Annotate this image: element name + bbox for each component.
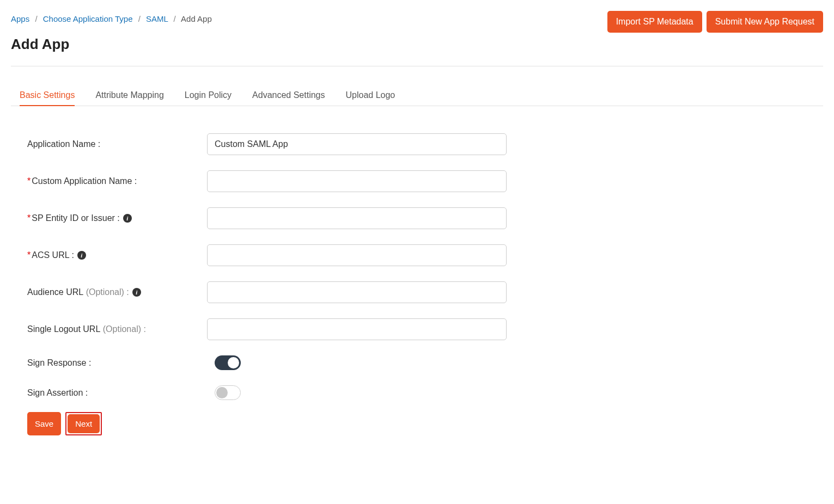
row-audience-url: Audience URL (Optional) : i: [27, 281, 807, 303]
info-icon[interactable]: i: [123, 214, 132, 223]
label-text: SP Entity ID or Issuer :: [32, 213, 120, 223]
label-sign-response: Sign Response :: [27, 358, 207, 368]
submit-new-app-request-button[interactable]: Submit New App Request: [707, 11, 823, 33]
label-application-name: Application Name :: [27, 139, 207, 149]
breadcrumb-sep: /: [174, 14, 176, 23]
info-icon[interactable]: i: [77, 251, 86, 260]
acs-url-input[interactable]: [207, 244, 507, 266]
tab-upload-logo[interactable]: Upload Logo: [346, 88, 395, 106]
info-icon[interactable]: i: [132, 288, 141, 297]
form-area: Application Name : * Custom Application …: [11, 106, 823, 446]
tabs: Basic Settings Attribute Mapping Login P…: [11, 88, 823, 106]
page-title: Add App: [11, 36, 823, 53]
breadcrumb: Apps / Choose Application Type / SAML / …: [11, 11, 212, 23]
label-audience-url: Audience URL (Optional) : i: [27, 287, 207, 297]
divider: [11, 66, 823, 66]
save-button[interactable]: Save: [27, 412, 61, 435]
breadcrumb-choose-type[interactable]: Choose Application Type: [43, 14, 133, 23]
optional-text: (Optional) :: [86, 287, 129, 297]
row-custom-application-name: * Custom Application Name :: [27, 170, 807, 192]
tab-basic-settings[interactable]: Basic Settings: [20, 88, 75, 106]
breadcrumb-sep: /: [138, 14, 141, 23]
toggle-knob: [228, 357, 239, 368]
breadcrumb-apps[interactable]: Apps: [11, 14, 29, 23]
label-text: Single Logout URL: [27, 324, 100, 334]
sp-entity-id-input[interactable]: [207, 207, 507, 229]
row-application-name: Application Name :: [27, 133, 807, 155]
breadcrumb-current: Add App: [181, 14, 212, 23]
sign-assertion-toggle[interactable]: [215, 385, 241, 400]
required-star: *: [27, 213, 31, 223]
tab-advanced-settings[interactable]: Advanced Settings: [252, 88, 325, 106]
optional-text: (Optional) :: [103, 324, 146, 334]
next-button[interactable]: Next: [68, 414, 100, 433]
application-name-input[interactable]: [207, 133, 507, 155]
required-star: *: [27, 176, 31, 186]
toggle-knob: [216, 387, 228, 398]
label-single-logout-url: Single Logout URL (Optional) :: [27, 324, 207, 334]
row-single-logout-url: Single Logout URL (Optional) :: [27, 318, 807, 340]
label-text: Custom Application Name :: [32, 176, 137, 186]
tab-login-policy[interactable]: Login Policy: [185, 88, 232, 106]
top-buttons: Import SP Metadata Submit New App Reques…: [607, 11, 823, 33]
sign-response-toggle[interactable]: [215, 355, 241, 370]
breadcrumb-saml[interactable]: SAML: [146, 14, 168, 23]
audience-url-input[interactable]: [207, 281, 507, 303]
top-bar: Apps / Choose Application Type / SAML / …: [11, 11, 823, 33]
label-text: Audience URL: [27, 287, 83, 297]
label-text: Application Name :: [27, 139, 100, 149]
single-logout-url-input[interactable]: [207, 318, 507, 340]
required-star: *: [27, 250, 31, 260]
row-acs-url: * ACS URL : i: [27, 244, 807, 266]
row-sp-entity-id: * SP Entity ID or Issuer : i: [27, 207, 807, 229]
custom-app-name-input[interactable]: [207, 170, 507, 192]
tab-attribute-mapping[interactable]: Attribute Mapping: [95, 88, 163, 106]
row-sign-response: Sign Response :: [27, 355, 807, 370]
row-sign-assertion: Sign Assertion :: [27, 385, 807, 400]
label-custom-app-name: * Custom Application Name :: [27, 176, 207, 186]
import-sp-metadata-button[interactable]: Import SP Metadata: [607, 11, 702, 33]
next-highlight-box: Next: [65, 412, 102, 435]
page-container: Apps / Choose Application Type / SAML / …: [0, 0, 834, 468]
label-acs-url: * ACS URL : i: [27, 250, 207, 260]
label-sign-assertion: Sign Assertion :: [27, 388, 207, 398]
label-text: ACS URL :: [32, 250, 74, 260]
footer-buttons: Save Next: [27, 412, 807, 435]
breadcrumb-sep: /: [35, 14, 37, 23]
label-sp-entity-id: * SP Entity ID or Issuer : i: [27, 213, 207, 223]
